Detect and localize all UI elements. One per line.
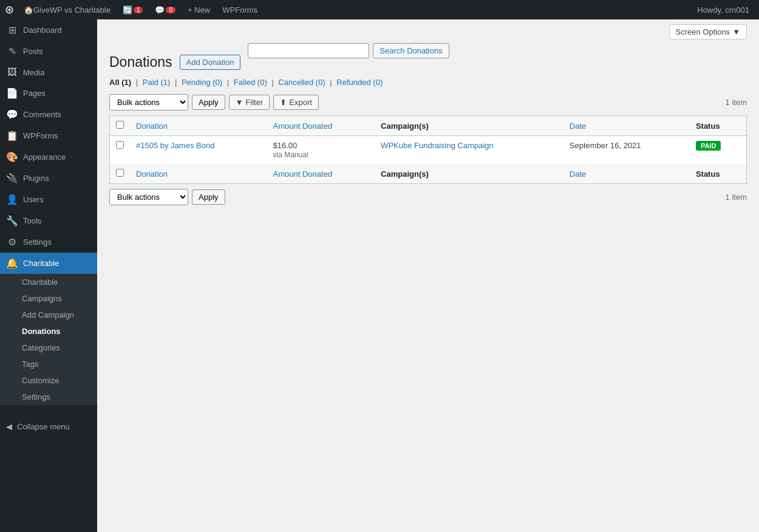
sidebar-item-label: Users	[23, 195, 44, 204]
tablenav-top: Bulk actions Apply ▼ Filter ⬆ Export 1 i…	[109, 94, 747, 111]
wp-logo-icon: ⊛	[5, 3, 14, 16]
status-badge: PAID	[696, 141, 721, 151]
header-donation-link[interactable]: Donation	[136, 121, 168, 131]
table-footer-row: Donation Amount Donated Campaign(s) Date	[110, 164, 747, 184]
search-donations-button[interactable]: Search Donations	[373, 43, 449, 58]
collapse-icon: ◀	[6, 422, 12, 431]
posts-icon: ✎	[6, 46, 18, 57]
adminbar-wpforms[interactable]: WPForms	[217, 0, 262, 19]
sidebar-item-label: WPForms	[23, 131, 58, 140]
adminbar-right: Howdy, crn001	[692, 5, 754, 15]
row-date-cell: September 16, 2021	[563, 136, 690, 165]
submenu-item-add-campaign[interactable]: Add Campaign	[0, 307, 97, 323]
row-status-cell: PAID	[690, 136, 747, 165]
sidebar-item-appearance[interactable]: 🎨 Appearance	[0, 146, 97, 168]
adminbar-howdy: Howdy, crn001	[692, 5, 754, 15]
collapse-menu-button[interactable]: ◀ Collapse menu	[0, 417, 97, 436]
sidebar-item-comments[interactable]: 💬 Comments	[0, 104, 97, 125]
sidebar-item-label: Pages	[23, 89, 46, 98]
select-all-checkbox-bottom[interactable]	[116, 169, 124, 177]
submenu-item-settings[interactable]: Settings	[0, 389, 97, 405]
home-icon: 🏠	[24, 5, 33, 15]
bulk-actions-select-bottom[interactable]: Bulk actions	[109, 189, 188, 205]
sidebar-item-media[interactable]: 🖼 Media	[0, 62, 97, 83]
submenu-item-donations[interactable]: Donations	[0, 323, 97, 339]
dashboard-icon: ⊞	[6, 24, 18, 36]
header-check-column	[110, 116, 131, 136]
tablenav-bottom: Bulk actions Apply 1 item	[109, 189, 747, 205]
submenu-item-campaigns[interactable]: Campaigns	[0, 290, 97, 307]
footer-donation-link[interactable]: Donation	[136, 169, 168, 179]
header-amount-link[interactable]: Amount Donated	[273, 121, 333, 131]
campaign-link[interactable]: WPKube Fundraising Campaign	[381, 141, 494, 150]
adminbar-site-name[interactable]: 🏠 GiveWP vs Charitable	[19, 0, 115, 19]
submenu-item-tags[interactable]: Tags	[0, 356, 97, 372]
row-amount-cell: $16.00 via Manual	[267, 136, 375, 165]
sidebar-item-label: Appearance	[23, 152, 66, 162]
sidebar-item-plugins[interactable]: 🔌 Plugins	[0, 168, 97, 189]
bulk-actions-select-top[interactable]: Bulk actions	[109, 94, 188, 111]
appearance-icon: 🎨	[6, 151, 18, 163]
item-count-top: 1 item	[726, 98, 747, 107]
adminbar-comments[interactable]: 💬 0	[150, 0, 180, 19]
export-button[interactable]: ⬆ Export	[273, 95, 319, 110]
filter-refunded-link[interactable]: Refunded (0)	[336, 78, 383, 87]
footer-date-link[interactable]: Date	[570, 169, 586, 179]
search-input[interactable]	[248, 43, 369, 58]
page-title: Donations	[109, 54, 172, 70]
filter-pending-link[interactable]: Pending (0)	[182, 78, 222, 87]
sidebar-item-tools[interactable]: 🔧 Tools	[0, 210, 97, 231]
sidebar-item-label: Settings	[23, 237, 52, 247]
add-donation-button[interactable]: Add Donation	[180, 55, 241, 70]
adminbar-updates[interactable]: 🔄 1	[118, 0, 148, 19]
table-header-row: Donation Amount Donated Campaign(s) Date	[110, 116, 747, 136]
donation-link[interactable]: #1505 by James Bond	[136, 141, 214, 150]
sidebar-item-wpforms[interactable]: 📋 WPForms	[0, 125, 97, 146]
export-icon: ⬆	[280, 98, 287, 107]
table-row: #1505 by James Bond $16.00 via Manual WP…	[110, 136, 747, 165]
charitable-icon: 🔔	[6, 257, 18, 269]
adminbar-new[interactable]: + New	[183, 0, 215, 19]
pages-icon: 📄	[6, 87, 18, 99]
header-date: Date	[563, 116, 690, 136]
charitable-submenu: Charitable Campaigns Add Campaign Donati…	[0, 274, 97, 405]
sidebar-item-pages[interactable]: 📄 Pages	[0, 83, 97, 104]
item-count-bottom: 1 item	[726, 193, 747, 202]
select-all-checkbox-top[interactable]	[116, 121, 124, 129]
sidebar-item-dashboard[interactable]: ⊞ Dashboard	[0, 19, 97, 41]
submenu-item-customize[interactable]: Customize	[0, 372, 97, 389]
sidebar-item-label: Posts	[23, 47, 43, 56]
page-wrap: Donations Add Donation Search Donations …	[97, 44, 759, 220]
screen-options-button[interactable]: Screen Options ▼	[669, 24, 747, 39]
sidebar-item-users[interactable]: 👤 Users	[0, 189, 97, 210]
search-area: Search Donations	[248, 43, 449, 58]
screen-options-bar: Screen Options ▼	[97, 19, 759, 44]
sidebar-item-settings[interactable]: ⚙ Settings	[0, 231, 97, 253]
filter-all-link[interactable]: All (1)	[109, 78, 131, 87]
comments-icon: 💬	[6, 109, 18, 120]
filter-button[interactable]: ▼ Filter	[229, 95, 270, 110]
filter-failed-link[interactable]: Failed (0)	[234, 78, 267, 87]
apply-button-bottom[interactable]: Apply	[192, 189, 225, 205]
sidebar-item-label: Plugins	[23, 174, 49, 183]
submenu-item-charitable[interactable]: Charitable	[0, 274, 97, 290]
admin-bar: ⊛ 🏠 GiveWP vs Charitable 🔄 1 💬 0 + New W…	[0, 0, 759, 19]
submenu-item-categories[interactable]: Categories	[0, 339, 97, 356]
settings-icon: ⚙	[6, 236, 18, 248]
row-check-cell	[110, 136, 131, 165]
sidebar-item-charitable[interactable]: 🔔 Charitable	[0, 253, 97, 274]
row-campaign-cell: WPKube Fundraising Campaign	[375, 136, 563, 165]
sidebar-item-label: Dashboard	[23, 26, 62, 35]
sidebar-item-label: Media	[23, 68, 44, 77]
comments-icon: 💬	[155, 5, 165, 15]
apply-button-top[interactable]: Apply	[192, 95, 225, 110]
sidebar: ⊞ Dashboard ✎ Posts 🖼 Media 📄 Pages 💬 Co…	[0, 19, 97, 532]
footer-check-column	[110, 164, 131, 184]
row-checkbox[interactable]	[116, 141, 124, 149]
header-date-link[interactable]: Date	[570, 121, 586, 131]
footer-amount-link[interactable]: Amount Donated	[273, 169, 333, 179]
filter-cancelled-link[interactable]: Cancelled (0)	[278, 78, 325, 87]
filter-paid-link[interactable]: Paid (1)	[143, 78, 171, 87]
sidebar-item-posts[interactable]: ✎ Posts	[0, 41, 97, 62]
footer-amount: Amount Donated	[267, 164, 375, 184]
